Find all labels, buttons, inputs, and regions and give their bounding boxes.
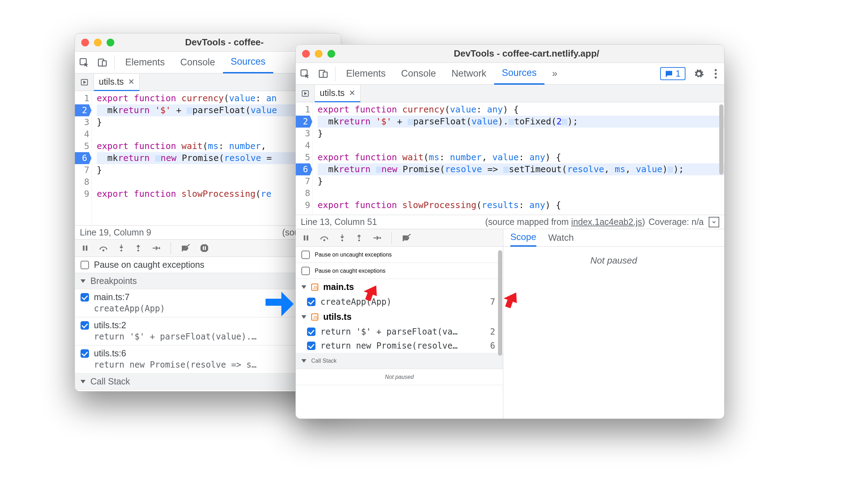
tab-sources[interactable]: Sources	[494, 63, 544, 85]
checkbox[interactable]	[307, 298, 315, 306]
breakpoints-label: Breakpoints	[90, 276, 137, 286]
annotation-red-arrow-1	[359, 281, 382, 304]
close-icon[interactable]: ✕	[349, 89, 355, 98]
breakpoint-label: main.ts:7	[94, 292, 129, 302]
file-tab-label: utils.ts	[320, 88, 345, 98]
breakpoint-group-header[interactable]: JSutils.ts	[296, 309, 503, 325]
breakpoint-snippet: return '$' + parseFloat(va…	[320, 327, 483, 337]
cursor-position: Line 19, Column 9	[80, 227, 151, 238]
checkbox[interactable]	[81, 321, 89, 330]
annotation-blue-arrow	[264, 288, 295, 320]
close-dot[interactable]	[302, 50, 310, 58]
close-icon[interactable]: ✕	[128, 77, 134, 86]
expand-icon	[301, 359, 306, 363]
breakpoint-group-header[interactable]: JSmain.ts	[296, 279, 503, 295]
tab-console[interactable]: Console	[173, 52, 223, 73]
pause-uncaught-row[interactable]: Pause on uncaught exceptions	[296, 247, 503, 263]
step-out-icon[interactable]	[135, 244, 142, 252]
titlebar: DevTools - coffee-cart.netlify.app/	[296, 45, 724, 63]
more-tabs[interactable]: »	[544, 63, 565, 85]
tab-sources[interactable]: Sources	[223, 52, 273, 73]
minimize-dot[interactable]	[315, 50, 323, 58]
inspect-icon[interactable]	[296, 65, 314, 83]
group-file-label: main.ts	[323, 282, 354, 292]
scrollbar-thumb[interactable]	[719, 104, 723, 175]
issues-count: 1	[676, 69, 681, 79]
devtools-window-front: DevTools - coffee-cart.netlify.app/ Elem…	[295, 44, 725, 419]
debugger-pane: Pause on uncaught exceptions Pause on ca…	[296, 229, 503, 419]
tab-scope[interactable]: Scope	[510, 229, 536, 247]
deactivate-breakpoints-icon[interactable]	[181, 244, 190, 252]
mapped-file-link[interactable]: index.1ac4eab2.js	[571, 217, 642, 227]
svg-text:JS: JS	[313, 285, 318, 290]
svg-point-6	[102, 250, 104, 251]
inspect-icon[interactable]	[75, 53, 93, 72]
step-icon[interactable]	[372, 234, 382, 241]
breakpoint-line-number: 6	[488, 341, 497, 351]
pause-icon[interactable]	[302, 234, 310, 242]
code-editor[interactable]: 123456789 export function currency(value…	[296, 102, 724, 215]
breakpoint-line-number: 7	[488, 297, 497, 307]
settings-icon[interactable]	[690, 65, 707, 82]
zoom-dot[interactable]	[107, 39, 114, 46]
tab-elements[interactable]: Elements	[117, 52, 173, 73]
checkbox[interactable]	[301, 267, 310, 275]
checkbox[interactable]	[301, 251, 310, 259]
callstack-header[interactable]: Call Stack	[296, 353, 503, 369]
pause-caught-row[interactable]: Pause on caught exceptions	[296, 263, 503, 279]
step-out-icon[interactable]	[356, 234, 363, 242]
device-toggle-icon[interactable]	[314, 65, 332, 83]
step-into-icon[interactable]	[118, 244, 125, 252]
pause-icon[interactable]	[81, 244, 89, 252]
pause-exceptions-icon[interactable]	[200, 244, 209, 253]
svg-point-23	[358, 239, 360, 241]
coverage-button[interactable]	[709, 217, 719, 227]
file-tab-utils[interactable]: utils.ts ✕	[315, 85, 360, 102]
scope-pane: Scope Watch Not paused	[503, 229, 724, 419]
deactivate-breakpoints-icon[interactable]	[402, 234, 411, 242]
breakpoint-snippet: return new Promise(resolve…	[320, 341, 483, 351]
close-dot[interactable]	[81, 39, 89, 46]
scope-not-paused: Not paused	[503, 247, 724, 419]
breakpoint-label: utils.ts:2	[94, 320, 126, 330]
editor-status: Line 13, Column 51 (source mapped from i…	[296, 215, 724, 229]
tab-console[interactable]: Console	[394, 63, 444, 85]
debugger-toolbar	[296, 229, 503, 247]
checkbox[interactable]	[81, 349, 89, 358]
device-toggle-icon[interactable]	[93, 53, 111, 72]
checkbox[interactable]	[81, 261, 89, 269]
zoom-dot[interactable]	[327, 50, 335, 58]
tab-watch[interactable]: Watch	[548, 229, 574, 247]
checkbox[interactable]	[307, 328, 315, 336]
source-map-info: (source mapped from index.1ac4eab2.js)	[485, 217, 645, 227]
tab-elements[interactable]: Elements	[338, 63, 394, 85]
breakpoint-item[interactable]: createApp(App)7	[296, 295, 503, 309]
show-navigator-icon[interactable]	[75, 73, 94, 91]
breakpoint-item[interactable]: return new Promise(resolve…6	[296, 339, 503, 353]
file-tab-utils[interactable]: utils.ts ✕	[94, 74, 140, 91]
expand-icon	[301, 285, 306, 289]
svg-rect-10	[203, 246, 204, 250]
expand-icon	[301, 315, 306, 319]
step-over-icon[interactable]	[320, 234, 329, 242]
svg-rect-5	[86, 246, 88, 251]
scope-tabs: Scope Watch	[503, 229, 724, 247]
step-over-icon[interactable]	[99, 244, 108, 252]
lower-split: Pause on uncaught exceptions Pause on ca…	[296, 229, 724, 419]
show-navigator-icon[interactable]	[296, 85, 315, 102]
checkbox[interactable]	[81, 293, 89, 302]
more-menu-icon[interactable]	[707, 65, 724, 82]
annotation-red-arrow-2	[499, 288, 522, 311]
file-tab-label: utils.ts	[99, 77, 124, 87]
breakpoint-item[interactable]: return '$' + parseFloat(va…2	[296, 325, 503, 339]
svg-point-21	[323, 239, 325, 241]
svg-rect-14	[323, 72, 327, 77]
tab-network[interactable]: Network	[444, 63, 494, 85]
svg-rect-4	[83, 246, 85, 251]
issues-badge[interactable]: 1	[660, 67, 685, 80]
minimize-dot[interactable]	[94, 39, 102, 46]
checkbox[interactable]	[307, 342, 315, 350]
step-icon[interactable]	[152, 245, 161, 252]
step-into-icon[interactable]	[339, 234, 346, 242]
pause-uncaught-label: Pause on uncaught exceptions	[315, 252, 392, 258]
